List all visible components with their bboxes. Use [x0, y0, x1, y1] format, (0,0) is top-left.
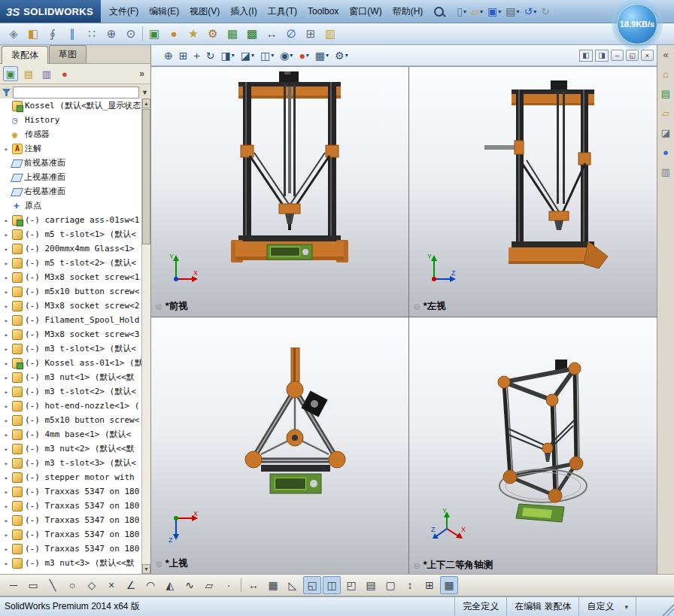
chamfer-icon[interactable]: ◺ [284, 576, 302, 594]
tree-item[interactable]: (-) m3 nut<1> (默认<<默 [0, 370, 141, 384]
tree-item[interactable]: 前视基准面 [0, 156, 141, 170]
configurationmanager-tab-icon[interactable]: ▥ [39, 66, 54, 81]
component-pattern-icon[interactable]: ∷ [83, 25, 101, 43]
tree-filter-input[interactable] [13, 86, 139, 99]
tree-item[interactable]: (-) Traxxas 5347 on 180 [0, 527, 141, 542]
expand-arrow-icon[interactable] [3, 560, 10, 567]
tab[interactable]: 草图 [49, 45, 87, 63]
single-view-icon[interactable]: ◱ [303, 576, 321, 594]
expand-arrow-icon[interactable] [3, 245, 10, 253]
expand-arrow-icon[interactable] [3, 317, 10, 324]
assembly-feature-icon[interactable]: ▦ [223, 25, 241, 43]
tree-item[interactable]: (-) Filament_Spool_Hold [0, 313, 141, 327]
tree-item[interactable]: 上视基准面 [0, 170, 141, 184]
display-mode-icon[interactable]: ◰ [342, 576, 360, 594]
edit-appearance-icon[interactable]: ● [296, 47, 311, 64]
magnifier-icon[interactable]: ⊙ [122, 25, 140, 43]
tree-item[interactable]: (-) Traxxas 5347 on 180 [0, 484, 141, 499]
magnifier-plus-icon[interactable]: ⊕ [102, 25, 120, 43]
scroll-up-button[interactable]: ▲ [142, 99, 150, 108]
file-explorer-icon[interactable]: ▱ [660, 107, 672, 120]
featuremanager-tab-icon[interactable]: ▣ [3, 66, 18, 81]
scroll-down-button[interactable]: ▼ [142, 564, 150, 574]
viewport-horizontal-splitter[interactable] [151, 317, 657, 317]
viewport-isometric[interactable]: Y X Z *上下二等角轴测 [409, 317, 657, 574]
expand-arrow-icon[interactable] [3, 417, 10, 424]
custom-properties-icon[interactable]: ▥ [660, 165, 672, 178]
propertymanager-tab-icon[interactable]: ▤ [21, 66, 36, 81]
shaded-icon[interactable]: ▤ [362, 576, 380, 594]
expand-arrow-icon[interactable] [3, 145, 10, 153]
menu-item[interactable]: 插入(I) [225, 2, 262, 21]
rotate-view-icon[interactable]: ↻ [204, 47, 217, 64]
rectangle-icon[interactable]: ▭ [24, 576, 42, 594]
insert-component-icon[interactable]: ▣ [145, 25, 163, 43]
tree-item[interactable]: (-) Traxxas 5347 on 180 [0, 542, 141, 556]
four-view-icon[interactable]: ◫ [323, 576, 341, 594]
angle-icon[interactable]: ∠ [122, 576, 140, 594]
tree-item[interactable]: (-) m5 t-slot<1> (默认< [0, 227, 141, 241]
updown-icon[interactable]: ↕ [401, 576, 419, 594]
tree-item[interactable]: (-) M3x8 socket screw<1 [0, 270, 141, 284]
tree-item[interactable]: (-) 4mm base<1> (默认< [0, 427, 141, 442]
print-icon[interactable]: ▤ [505, 5, 520, 18]
expand-arrow-icon[interactable] [3, 402, 10, 410]
display-style-icon[interactable]: ◫ [258, 47, 276, 64]
viewport-vertical-splitter[interactable] [408, 67, 409, 574]
tree-item[interactable]: (-) m5x10 button screw< [0, 284, 141, 299]
pane-overflow-chevrons[interactable]: » [139, 68, 147, 79]
new-document-icon[interactable]: ▯ [456, 5, 467, 18]
arc-icon[interactable]: ◠ [141, 576, 159, 594]
collapse-pane-icon[interactable]: « [660, 48, 672, 61]
tree-item[interactable]: (-) stepper motor with [0, 470, 141, 484]
viewport-front[interactable]: Y X *前视 [151, 67, 408, 317]
tree-item[interactable]: (-) m3 nut<3> (默认<<默 [0, 556, 141, 570]
offset-icon[interactable]: ◭ [161, 576, 179, 594]
smart-explode-icon[interactable]: ◈ [5, 25, 23, 43]
menu-item[interactable]: 文件(F) [104, 2, 144, 21]
hide-show-items-icon[interactable]: ◉ [278, 47, 295, 64]
tree-scrollbar[interactable]: ▲ ▼ [141, 99, 150, 574]
menu-item[interactable]: 帮助(H) [387, 2, 429, 21]
smart-dimension-icon[interactable]: ↔ [244, 576, 263, 594]
expand-arrow-icon[interactable] [3, 231, 10, 238]
appearance-ball-icon[interactable]: ● [165, 25, 183, 43]
expand-arrow-icon[interactable] [3, 545, 10, 553]
tree-item[interactable]: (-) Traxxas 5347 on 180 [0, 499, 141, 513]
viewport-grid-icon[interactable]: ▦ [440, 576, 458, 594]
tree-item[interactable]: (-) m3 t-slot<2> (默认< [0, 384, 141, 399]
expand-arrow-icon[interactable] [3, 531, 10, 539]
tree-item[interactable]: (-) m3 t-slot<1> (默认< [0, 341, 141, 356]
tree-item[interactable]: (-) carriage ass-01sw<1 [0, 213, 141, 227]
tree-item[interactable]: History [0, 113, 141, 127]
expand-arrow-icon[interactable] [3, 388, 10, 396]
polygon-icon[interactable]: ◇ [83, 576, 101, 594]
design-library-icon[interactable]: ▤ [660, 87, 672, 100]
zoom-fit-icon[interactable]: ⊕ [162, 47, 175, 64]
tree-item[interactable]: (-) M3x8 socket screw<2 [0, 299, 141, 313]
undo-icon[interactable]: ↺ [523, 5, 537, 18]
zoom-area-icon[interactable]: ⊞ [177, 47, 190, 64]
resize-grip[interactable] [662, 597, 674, 616]
apply-scene-icon[interactable]: ▦ [313, 47, 331, 64]
menu-item[interactable]: 编辑(E) [144, 2, 184, 21]
mate-icon[interactable]: ∥ [63, 25, 81, 43]
expand-arrow-icon[interactable] [3, 488, 10, 496]
menu-item[interactable]: 视图(V) [184, 2, 225, 21]
expand-arrow-icon[interactable] [3, 517, 10, 524]
wireframe-icon[interactable]: ▢ [381, 576, 399, 594]
gear-icon[interactable]: ⚙ [204, 25, 222, 43]
tree-item[interactable]: (-) m3 nut<2> (默认<<默 [0, 442, 141, 456]
point-icon[interactable]: · [220, 576, 238, 594]
home-icon[interactable]: ⌂ [660, 68, 672, 80]
tree-item[interactable]: (-) 200mmx4mm Glass<1> [0, 241, 141, 256]
expand-arrow-icon[interactable] [3, 374, 10, 381]
save-icon[interactable]: ▣ [487, 5, 502, 18]
doc-restore-button[interactable]: ◱ [626, 50, 639, 61]
network-speed-badge[interactable]: 18.9KB/s [617, 4, 657, 44]
menu-item[interactable]: Toolbox [302, 3, 344, 20]
search-icon[interactable] [434, 7, 444, 17]
tree-item[interactable]: (-) M3x8 socket screw<3 [0, 327, 141, 341]
displaymanager-tab-icon[interactable]: ● [57, 66, 72, 81]
centerline-icon[interactable]: ─ [5, 576, 23, 594]
